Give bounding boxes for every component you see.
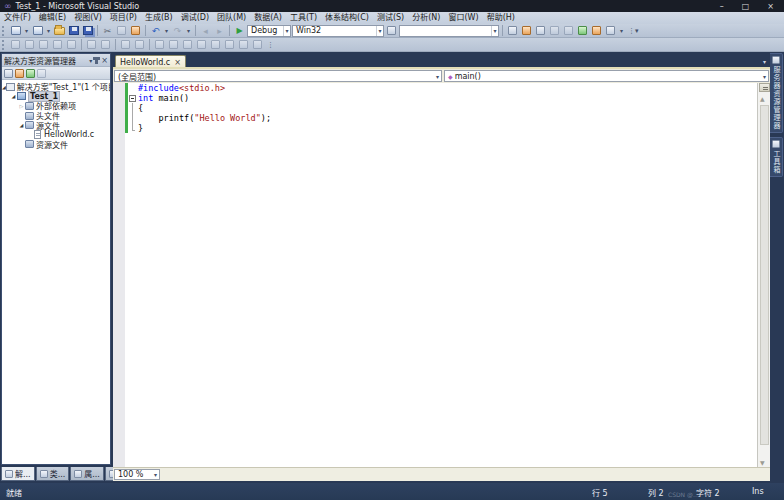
member-combo[interactable]: ◆ main() ▾ (444, 70, 769, 82)
properties-window-button[interactable] (520, 25, 533, 37)
toolbox-button[interactable] (548, 25, 561, 37)
menu-item[interactable]: 生成(B) (141, 12, 177, 24)
menu-item[interactable]: 文件(F) (0, 12, 35, 24)
document-list-dropdown-icon[interactable]: ▾ (763, 58, 766, 65)
menu-item[interactable]: 调试(D) (177, 12, 213, 24)
scrollbar-thumb[interactable] (760, 105, 769, 445)
properties-icon[interactable] (4, 69, 13, 78)
menu-item[interactable]: 数据(A) (250, 12, 286, 24)
add-item-dropdown[interactable]: ▾ (45, 27, 52, 34)
solution-platforms-combo[interactable]: Win32 ▾ (292, 25, 384, 37)
view-class-diagram-icon[interactable] (37, 69, 46, 78)
editor-toolbar-button[interactable] (133, 39, 146, 51)
panel-tab[interactable]: 类... (36, 467, 70, 481)
add-item-button[interactable] (31, 25, 44, 37)
find-in-files-button[interactable] (385, 25, 398, 37)
editor-toolbar-button[interactable] (23, 39, 36, 51)
menu-item[interactable]: 帮助(H) (483, 12, 519, 24)
extensions-button[interactable] (604, 25, 617, 37)
editor-toolbar-button[interactable] (223, 39, 236, 51)
editor-toolbar-button[interactable] (195, 39, 208, 51)
split-editor-handle[interactable] (759, 83, 770, 92)
menu-item[interactable]: 团队(M) (213, 12, 250, 24)
editor-toolbar-button[interactable] (167, 39, 180, 51)
object-browser-button[interactable] (534, 25, 547, 37)
navigate-forward-button[interactable]: ▸ (213, 25, 226, 37)
scroll-down-icon[interactable]: ▼ (760, 459, 765, 466)
editor-toolbar-button[interactable] (153, 39, 166, 51)
menu-item[interactable]: 窗口(W) (444, 12, 482, 24)
paste-button[interactable] (129, 25, 142, 37)
editor-toolbar-button[interactable] (181, 39, 194, 51)
redo-dropdown[interactable]: ▾ (185, 27, 192, 34)
save-button[interactable] (67, 25, 80, 37)
save-all-button[interactable] (81, 25, 94, 37)
close-panel-icon[interactable]: × (101, 56, 108, 65)
undo-button[interactable]: ↶ (149, 25, 162, 37)
restore-button[interactable]: □ (742, 2, 750, 11)
menu-item[interactable]: 工具(T) (286, 12, 321, 24)
editor-toolbar-button[interactable] (251, 39, 264, 51)
standard-toolbar: ▾ ▾ ✂ ↶ ▾ ↷ ▾ ◂ ▸ ▶ Debug ▾ Win32 ▾ ▾ ▾ … (0, 24, 784, 38)
code-editor[interactable]: #include<stdio.h>int main(){ printf("Hel… (113, 83, 757, 467)
auto-hide-pin-icon[interactable] (95, 57, 98, 64)
solution-explorer-button[interactable] (506, 25, 519, 37)
autohide-tab-server-explorer[interactable]: 服务器资源管理器 (770, 53, 783, 133)
open-file-button[interactable] (53, 25, 66, 37)
refresh-icon[interactable] (26, 69, 35, 78)
vertical-scrollbar[interactable]: ▲ ▼ (757, 83, 770, 467)
scroll-up-icon[interactable]: ▲ (760, 95, 765, 102)
close-button[interactable]: × (767, 2, 774, 11)
horizontal-scrollbar[interactable] (160, 469, 769, 480)
panel-tab[interactable]: 属... (70, 467, 104, 481)
minimize-button[interactable]: – (720, 2, 724, 11)
tree-item-[interactable]: ◢源文件 (2, 120, 110, 130)
tree-item-[interactable]: 资源文件 (2, 140, 110, 150)
menu-item[interactable]: 视图(V) (70, 12, 106, 24)
solution-explorer-titlebar[interactable]: 解决方案资源管理器 ▾ × (2, 54, 110, 67)
menu-item[interactable]: 分析(N) (408, 12, 444, 24)
close-tab-icon[interactable]: × (174, 58, 181, 67)
editor-toolbar-button[interactable] (237, 39, 250, 51)
menu-item[interactable]: 测试(S) (373, 12, 408, 24)
menu-item[interactable]: 编辑(E) (35, 12, 70, 24)
tree-expand-icon[interactable]: ◢ (10, 93, 17, 99)
cut-button[interactable]: ✂ (101, 25, 114, 37)
find-combo[interactable]: ▾ (399, 25, 499, 37)
editor-toolbar-button[interactable] (9, 39, 22, 51)
new-project-button[interactable] (9, 25, 22, 37)
menu-item[interactable]: 体系结构(C) (321, 12, 373, 24)
start-debugging-button[interactable]: ▶ (233, 25, 246, 37)
navigate-back-button[interactable]: ◂ (199, 25, 212, 37)
panel-tab[interactable]: 解... (1, 467, 35, 481)
undo-dropdown[interactable]: ▾ (163, 27, 170, 34)
editor-toolbar-button[interactable] (119, 39, 132, 51)
new-project-dropdown[interactable]: ▾ (23, 27, 30, 34)
error-list-button[interactable] (562, 25, 575, 37)
copy-button[interactable] (115, 25, 128, 37)
toolbar-overflow-button[interactable]: ⋮▾ (626, 27, 641, 35)
class-view-button[interactable] (590, 25, 603, 37)
team-explorer-button[interactable] (576, 25, 589, 37)
tree-expand-icon[interactable]: ▷ (18, 103, 25, 109)
editor-toolbar-button[interactable] (99, 39, 112, 51)
tree-expand-icon[interactable]: ◢ (18, 122, 25, 128)
zoom-combo[interactable]: 100 % ▾ (114, 469, 160, 480)
toolbar-grip[interactable] (2, 26, 6, 36)
menu-item[interactable]: 项目(P) (106, 12, 141, 24)
extensions-dropdown[interactable]: ▾ (618, 27, 625, 34)
toolbar-overflow-button[interactable]: ⋮ (265, 41, 276, 49)
solution-configurations-combo[interactable]: Debug ▾ (247, 25, 291, 37)
window-position-icon[interactable]: ▾ (89, 57, 92, 64)
show-all-files-icon[interactable] (15, 69, 24, 78)
redo-button[interactable]: ↷ (171, 25, 184, 37)
toolbar-grip[interactable] (2, 40, 6, 50)
editor-toolbar-button[interactable] (51, 39, 64, 51)
scope-combo[interactable]: (全局范围) ▾ (114, 70, 442, 82)
editor-toolbar-button[interactable] (37, 39, 50, 51)
editor-toolbar-button[interactable] (85, 39, 98, 51)
collapse-region-icon[interactable] (129, 95, 136, 102)
editor-toolbar-button[interactable] (65, 39, 78, 51)
editor-toolbar-button[interactable] (209, 39, 222, 51)
autohide-tab-toolbox[interactable]: 工具箱 (770, 137, 783, 177)
